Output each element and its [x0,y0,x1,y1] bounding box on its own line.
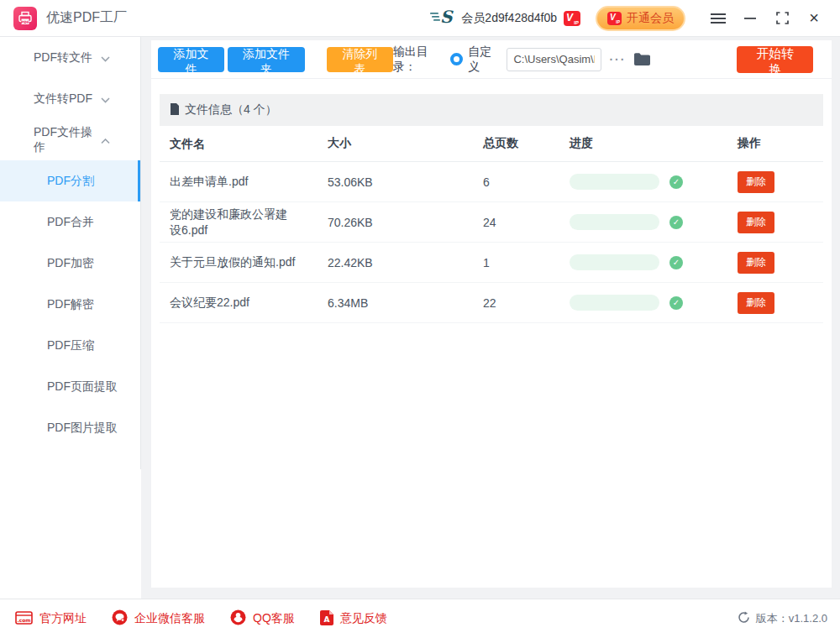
app-window: { "titlebar": { "app_title": "优速PDF工厂", … [0,0,840,638]
chevron-down-icon [101,51,110,65]
progress-bar [570,214,659,230]
table-row: 会议纪要22.pdf 6.34MB 22 ✓ 删除 [160,283,823,323]
check-circle-icon: ✓ [669,256,683,269]
app-logo-icon: PDF [13,7,37,30]
file-size: 22.42KB [328,256,483,269]
app-title: 优速PDF工厂 [46,9,127,27]
file-name: 关于元旦放假的通知.pdf [160,254,328,270]
progress-bar [570,174,659,190]
svg-text:PDF: PDF [21,19,29,24]
dotcom-browser-icon: .com [15,611,33,627]
table-row: 党的建设和廉政公署建设6.pdf 70.26KB 24 ✓ 删除 [160,202,823,243]
minimize-button[interactable] [734,4,766,33]
menu-hamburger-icon[interactable] [702,4,734,33]
table-row: 关于元旦放假的通知.pdf 22.42KB 1 ✓ 删除 [160,243,823,283]
sidebar-item-pdf-split[interactable]: PDF分割 [0,160,140,201]
maximize-button[interactable] [766,4,798,33]
file-pages: 1 [483,256,570,269]
col-header-action: 操作 [738,136,823,151]
clear-list-button[interactable]: 清除列表 [327,47,393,72]
toolbar: 添加文件 添加文件夹 清除列表 输出目录： 自定义 ··· 开始转换 [151,40,832,79]
add-file-button[interactable]: 添加文件 [158,47,224,72]
official-website-link[interactable]: .com 官方网址 [15,611,87,627]
progress-cell: ✓ [570,214,738,230]
delete-button[interactable]: 删除 [738,171,774,193]
file-pages: 22 [483,296,570,310]
check-circle-icon: ✓ [669,296,683,310]
version-label: 版本：v1.1.2.0 [756,611,827,626]
update-refresh-icon[interactable] [738,611,750,626]
sidebar-item-pdf-compress[interactable]: PDF压缩 [0,325,140,366]
file-pages: 6 [483,175,570,189]
custom-radio-label: 自定义 [468,44,497,75]
wechat-chat-icon [112,609,128,628]
check-circle-icon: ✓ [669,216,683,229]
qq-penguin-icon [230,609,246,628]
file-size: 6.34MB [328,296,483,310]
wechat-support-link[interactable]: 企业微信客服 [112,609,205,628]
document-icon [170,103,180,118]
table-header: 文件名 大小 总页数 进度 操作 [160,126,823,162]
vip-badge-icon: V IP [607,12,622,25]
chevron-down-icon [101,92,110,106]
titlebar: PDF 优速PDF工厂 S 会员2d9f428d4f0b V IP V I [0,0,840,37]
sidebar-item-pdf-merge[interactable]: PDF合并 [0,201,140,243]
member-name: 会员2d9f428d4f0b [461,11,557,26]
footer: .com 官方网址 企业微信客服 QQ客服 [0,599,840,638]
svg-text:A: A [323,615,329,624]
check-circle-icon: ✓ [669,175,683,189]
version-info: 版本：v1.1.2.0 [738,611,827,626]
open-vip-label: 开通会员 [627,11,674,26]
sidebar-menu: PDF转文件 文件转PDF PDF文件操作 PDF分割 PDF合并 PDF加密 … [0,37,141,469]
file-size: 53.06KB [328,175,483,189]
chevron-up-icon [101,133,110,147]
sidebar-item-pdf-page-extract[interactable]: PDF页面提取 [0,366,140,407]
delete-button[interactable]: 删除 [738,212,774,233]
user-avatar-s-icon: S [429,7,454,29]
start-convert-button[interactable]: 开始转换 [737,46,813,73]
col-header-size: 大小 [328,136,483,151]
sidebar-item-pdf-operations[interactable]: PDF文件操作 [0,119,140,160]
progress-cell: ✓ [570,295,738,311]
titlebar-right: S 会员2d9f428d4f0b V IP V IP 开通会员 [429,4,830,33]
open-vip-button[interactable]: V IP 开通会员 [596,6,685,31]
output-path-input[interactable] [507,48,601,71]
member-account[interactable]: S 会员2d9f428d4f0b V IP [429,7,580,29]
svg-text:S: S [440,7,454,27]
sidebar-item-file-to-pdf[interactable]: 文件转PDF [0,78,140,119]
col-header-name: 文件名 [160,136,328,152]
sidebar-item-pdf-encrypt[interactable]: PDF加密 [0,243,140,284]
progress-bar [570,295,659,311]
progress-cell: ✓ [570,254,738,270]
delete-button[interactable]: 删除 [738,252,774,274]
col-header-pages: 总页数 [483,136,570,151]
sidebar-item-pdf-image-extract[interactable]: PDF图片提取 [0,407,140,448]
file-name: 党的建设和廉政公署建设6.pdf [160,207,328,238]
sidebar-item-pdf-to-file[interactable]: PDF转文件 [0,37,140,78]
open-folder-icon[interactable] [633,52,651,66]
file-size: 70.26KB [328,216,483,229]
file-table: 文件名 大小 总页数 进度 操作 出差申请单.pdf 53.06KB 6 ✓ 删… [160,126,823,323]
progress-bar [570,254,659,270]
file-name: 出差申请单.pdf [160,174,328,190]
output-directory-group: 输出目录： 自定义 ··· [393,44,652,75]
main-content: 添加文件 添加文件夹 清除列表 输出目录： 自定义 ··· 开始转换 文件信息（… [151,40,832,588]
progress-cell: ✓ [570,174,738,190]
table-row: 出差申请单.pdf 53.06KB 6 ✓ 删除 [160,162,823,202]
file-name: 会议纪要22.pdf [160,295,328,311]
add-folder-button[interactable]: 添加文件夹 [228,47,305,72]
feedback-link[interactable]: A 意见反馈 [320,610,387,628]
vip-badge-icon: V IP [564,11,580,26]
sidebar-item-pdf-decrypt[interactable]: PDF解密 [0,284,140,325]
delete-button[interactable]: 删除 [738,292,774,314]
svg-text:.com: .com [17,616,30,622]
feedback-doc-icon: A [320,610,333,628]
output-directory-label: 输出目录： [393,44,443,75]
close-button[interactable]: × [798,4,830,33]
custom-radio[interactable] [450,53,463,65]
col-header-progress: 进度 [570,136,738,151]
file-info-bar: 文件信息（4 个） [160,94,823,126]
file-pages: 24 [483,216,570,229]
browse-ellipsis-button[interactable]: ··· [609,53,626,66]
qq-support-link[interactable]: QQ客服 [230,609,295,628]
